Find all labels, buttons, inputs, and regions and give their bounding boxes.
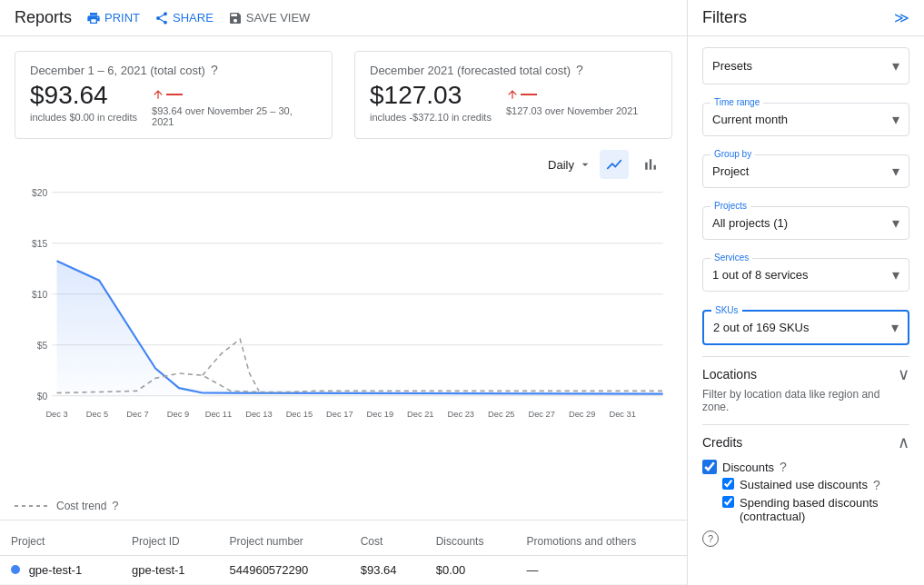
svg-text:Dec 7: Dec 7 [126, 409, 148, 419]
daily-chevron-icon [578, 157, 592, 172]
sub-checkboxes: Sustained use discounts ? Spending based… [722, 478, 909, 523]
card2-help-icon[interactable]: ? [576, 63, 583, 77]
summary-card-forecast: December 2021 (forecasted total cost) ? … [354, 51, 672, 139]
skus-value: 2 out of 169 SKUs [713, 321, 810, 334]
spending-based-checkbox[interactable] [722, 496, 734, 508]
summary-card-actual: December 1 – 6, 2021 (total cost) ? $93.… [15, 51, 333, 139]
col-discounts: Discounts [425, 528, 516, 556]
projects-chevron-icon: ▾ [892, 214, 899, 232]
discounts-checkbox-row: Discounts ? [702, 460, 909, 474]
services-value: 1 out of 8 services [712, 268, 809, 282]
svg-text:$5: $5 [37, 340, 48, 351]
locations-title: Locations [702, 367, 757, 382]
card2-title: December 2021 (forecasted total cost) [370, 64, 571, 77]
svg-text:Dec 5: Dec 5 [86, 409, 108, 419]
group-by-select[interactable]: Group by Project ▾ [702, 154, 909, 188]
save-icon [228, 11, 243, 25]
time-range-select[interactable]: Time range Current month ▾ [702, 103, 909, 136]
main-header: Reports PRINT SHARE SAVE VIEW [0, 0, 687, 36]
credits-help-icon-bottom[interactable]: ? [702, 530, 719, 547]
credits-chevron-icon[interactable]: ∧ [898, 432, 909, 452]
sustained-use-row: Sustained use discounts ? [722, 478, 909, 492]
page-title: Reports [15, 8, 72, 27]
chart-controls: Daily [0, 146, 687, 183]
card2-sub: includes -$372.10 in credits [370, 112, 492, 123]
chart-container: $20 $15 $10 $5 $0 Dec 3 Dec 5 [0, 183, 687, 495]
col-project-id: Project ID [121, 528, 218, 556]
table-row: gpe-test-1 gpe-test-1 544960572290 $93.6… [0, 556, 687, 585]
locations-section: Locations ∨ Filter by location data like… [702, 356, 909, 413]
discounts-checkbox[interactable] [702, 460, 717, 474]
card2-change: $127.03 over November 2021 [506, 105, 639, 116]
filters-panel: Filters ≫ Presets ▾ Time range Current m… [688, 0, 924, 585]
svg-text:Dec 19: Dec 19 [367, 409, 393, 419]
card1-sub: includes $0.00 in credits [30, 112, 137, 123]
trend-help-icon[interactable]: ? [112, 499, 118, 512]
skus-select[interactable]: SKUs 2 out of 169 SKUs ▾ [702, 310, 909, 345]
up-arrow-icon [152, 88, 164, 101]
col-promotions: Promotions and others [516, 528, 687, 556]
svg-text:Dec 27: Dec 27 [528, 409, 554, 419]
discounts-help-icon[interactable]: ? [780, 460, 787, 474]
col-project-number: Project number [218, 528, 349, 556]
change-dash-1: — [166, 84, 183, 104]
svg-text:Dec 15: Dec 15 [286, 409, 313, 419]
projects-select[interactable]: Projects All projects (1) ▾ [702, 206, 909, 240]
skus-chevron-icon: ▾ [891, 319, 899, 336]
locations-header[interactable]: Locations ∨ [702, 364, 909, 384]
save-label: SAVE VIEW [246, 11, 311, 25]
svg-text:$10: $10 [32, 289, 47, 300]
table-body: gpe-test-1 gpe-test-1 544960572290 $93.6… [0, 556, 687, 585]
daily-select-btn[interactable]: Daily [548, 157, 592, 172]
svg-text:Dec 21: Dec 21 [407, 409, 433, 419]
svg-text:Dec 9: Dec 9 [167, 409, 189, 419]
print-action[interactable]: PRINT [86, 11, 140, 25]
bar-chart-icon [641, 155, 660, 174]
filters-header: Filters ≫ [688, 0, 924, 36]
card1-change: $93.64 over November 25 – 30, 2021 [152, 105, 297, 127]
cell-project-number: 544960572290 [218, 556, 349, 585]
summary-cards: December 1 – 6, 2021 (total cost) ? $93.… [0, 36, 687, 146]
svg-text:Dec 29: Dec 29 [569, 409, 595, 419]
filters-body: Presets ▾ Time range Current month ▾ Gro… [688, 36, 924, 558]
sustained-help-icon[interactable]: ? [873, 478, 880, 492]
data-table-section: Project Project ID Project number Cost D… [0, 520, 687, 585]
col-project: Project [0, 528, 121, 556]
card1-title: December 1 – 6, 2021 (total cost) [30, 64, 205, 77]
services-select[interactable]: Services 1 out of 8 services ▾ [702, 258, 909, 292]
sustained-use-label: Sustained use discounts [740, 478, 868, 491]
sustained-use-checkbox[interactable] [722, 478, 734, 490]
time-range-value: Current month [712, 113, 788, 126]
collapse-filters-btn[interactable]: ≫ [894, 9, 909, 26]
card1-help-icon[interactable]: ? [211, 63, 218, 77]
svg-text:Dec 31: Dec 31 [609, 409, 635, 419]
save-view-action[interactable]: SAVE VIEW [228, 11, 311, 25]
skus-label: SKUs [711, 305, 742, 315]
cell-discounts: $0.00 [425, 556, 516, 585]
cost-trend-label: Cost trend [56, 500, 106, 512]
svg-text:Dec 11: Dec 11 [205, 409, 232, 419]
svg-text:$0: $0 [37, 391, 48, 402]
discounts-label: Discounts [722, 461, 774, 474]
share-action[interactable]: SHARE [154, 11, 214, 25]
svg-text:Dec 17: Dec 17 [326, 409, 353, 419]
time-range-chevron-icon: ▾ [892, 111, 899, 128]
svg-text:Dec 25: Dec 25 [488, 409, 514, 419]
services-group: Services 1 out of 8 services ▾ [702, 251, 909, 292]
svg-text:$15: $15 [32, 238, 47, 249]
svg-text:Dec 13: Dec 13 [245, 409, 272, 419]
card2-amount: $127.03 [370, 81, 492, 110]
spending-based-row: Spending based discounts (contractual) [722, 496, 909, 523]
services-label: Services [710, 253, 752, 263]
cell-promotions: — [516, 556, 687, 585]
cell-project: gpe-test-1 [0, 556, 121, 585]
line-chart-btn[interactable] [600, 150, 629, 179]
cost-trend-legend: Cost trend ? [0, 495, 687, 520]
presets-select[interactable]: Presets ▾ [702, 47, 909, 84]
time-range-group: Time range Current month ▾ [702, 95, 909, 136]
table-header: Project Project ID Project number Cost D… [0, 528, 687, 556]
bar-chart-btn[interactable] [636, 150, 665, 179]
locations-sub: Filter by location data like region and … [702, 388, 909, 413]
group-by-value: Project [712, 164, 749, 178]
presets-label: Presets [712, 59, 752, 73]
